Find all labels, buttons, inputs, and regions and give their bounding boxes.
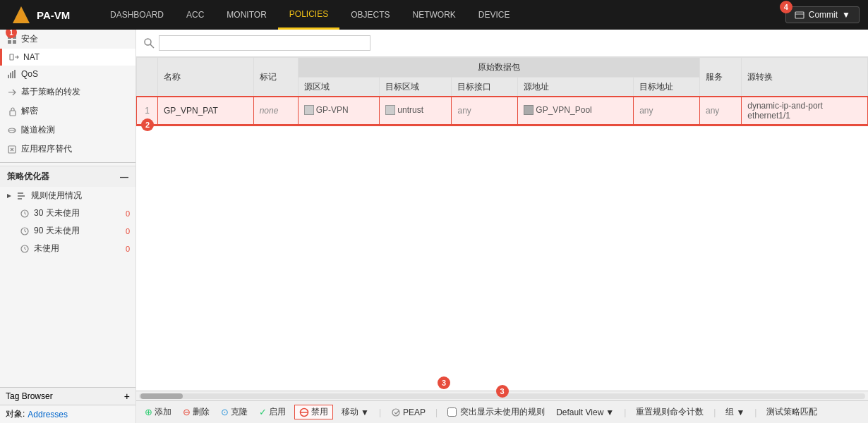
sep1: |	[379, 407, 381, 417]
sidebar-nat-label: NAT	[23, 52, 40, 62]
show-unused-button[interactable]: 突出显示未使用的规则	[445, 405, 548, 419]
search-icon	[143, 37, 155, 49]
delete-icon: ⊖	[183, 407, 191, 417]
src-addr-icon: GP_VPN_Pool	[524, 105, 591, 115]
tunnel-icon	[7, 125, 17, 135]
sep5: |	[754, 407, 757, 417]
move-arrow: ▼	[361, 407, 369, 417]
nav-dashboard[interactable]: DASHBOARD	[99, 0, 175, 30]
sidebar-item-decrypt[interactable]: 解密	[0, 102, 135, 121]
col-num	[137, 58, 158, 97]
sidebar-item-auth[interactable]: 身份验证	[0, 159, 135, 159]
test-policy-button[interactable]: 测试策略匹配	[764, 405, 820, 419]
sidebar-appoverride-label: 应用程序替代	[21, 143, 72, 155]
tag-browser-plus[interactable]: +	[124, 391, 130, 402]
badge2-overlay: 2	[141, 118, 154, 131]
pbf-icon	[7, 87, 17, 97]
nav-device[interactable]: DEVICE	[467, 0, 522, 30]
sidebar-item-nat[interactable]: NAT	[0, 49, 135, 66]
svg-rect-11	[14, 70, 16, 78]
optimizer-collapse[interactable]: —	[120, 172, 128, 182]
clone-button[interactable]: ⊙ 克隆	[218, 405, 251, 419]
nav-objects[interactable]: OBJECTS	[339, 0, 401, 30]
qos-icon	[7, 69, 17, 79]
commit-badge: 4	[780, 1, 792, 13]
bottom-toolbar: ⊕ 添加 ⊖ 删除 ⊙ 克隆 ✓ 启用 禁用 移动 ▼	[136, 400, 868, 423]
commit-label: Commit	[809, 10, 838, 20]
enable-button[interactable]: ✓ 启用	[256, 405, 289, 419]
tree-unused[interactable]: 未使用 0	[0, 240, 135, 257]
group-button[interactable]: 组 ▼	[723, 405, 747, 419]
reset-counters-button[interactable]: 重置规则命令计数	[633, 405, 706, 419]
sidebar-pbf-label: 基于策略的转发	[21, 86, 80, 98]
sidebar-item-tunnel[interactable]: 隧道检测	[0, 121, 135, 140]
col-src-zone: 源区域	[298, 78, 380, 97]
disable-button[interactable]: 禁用	[294, 405, 333, 419]
svg-marker-1	[14, 9, 28, 22]
show-unused-label: 突出显示未使用的规则	[460, 406, 545, 418]
peap-button[interactable]: PEAP	[388, 407, 428, 418]
table-row[interactable]: 1 GP_VPN_PAT none GP-VPN u	[137, 97, 868, 125]
tree-90days[interactable]: 90 天未使用 0	[0, 222, 135, 240]
default-view-button[interactable]: Default View ▼	[553, 407, 617, 418]
sidebar-decrypt-label: 解密	[21, 105, 38, 117]
nav-acc[interactable]: ACC	[175, 0, 215, 30]
nav-monitor[interactable]: MONITOR	[215, 0, 277, 30]
tree-root-rules[interactable]: 规则使用情况	[0, 187, 135, 204]
default-view-arrow: ▼	[605, 407, 614, 417]
svg-point-27	[145, 39, 151, 45]
svg-rect-23	[18, 198, 22, 200]
tag-browser-bar: Tag Browser +	[0, 387, 135, 405]
sidebar-policy-list: 安全 1 NAT QoS 基于策略的转发 解密 隧	[0, 30, 135, 159]
pool-box-icon	[524, 105, 534, 115]
enable-icon: ✓	[259, 407, 267, 417]
clock-30-icon	[20, 209, 30, 219]
tree-unused-count: 0	[126, 245, 130, 253]
nav-policies[interactable]: POLICIES	[278, 0, 339, 30]
move-label: 移动	[342, 406, 358, 418]
group-arrow: ▼	[736, 407, 745, 417]
delete-button[interactable]: ⊖ 删除	[180, 405, 212, 419]
disable-label: 禁用	[311, 406, 328, 418]
top-navigation: PA-VM DASHBOARD ACC MONITOR POLICIES OBJ…	[0, 0, 868, 30]
tree-30days[interactable]: 30 天未使用 0	[0, 204, 135, 222]
sep2: |	[435, 407, 438, 417]
row-tag: none	[253, 97, 298, 125]
policy-table: 名称 标记 原始数据包 服务 源转换 源区域 目标区域 目标接口 源地址 目标地…	[136, 57, 868, 125]
row-dst-addr: any	[634, 97, 700, 125]
add-button[interactable]: ⊕ 添加	[142, 405, 174, 419]
sidebar-item-security[interactable]: 安全 1	[0, 30, 135, 49]
nav-items: DASHBOARD ACC MONITOR POLICIES OBJECTS N…	[99, 0, 785, 30]
commit-button[interactable]: Commit ▼	[785, 6, 860, 23]
object-bar: 对象: Addresses	[0, 405, 135, 423]
tree-unused-label: 未使用	[34, 243, 59, 255]
add-label: 添加	[155, 406, 171, 418]
svg-point-31	[392, 409, 399, 416]
search-input[interactable]	[159, 35, 370, 51]
object-value[interactable]: Addresses	[28, 410, 68, 419]
badge3: 3	[496, 385, 509, 398]
sidebar-tunnel-label: 隧道检测	[21, 124, 55, 136]
row-src-xlate: dynamic-ip-and-port ethernet1/1	[742, 97, 868, 125]
chevron-right-icon	[6, 192, 13, 200]
nav-network[interactable]: NETWORK	[402, 0, 467, 30]
row-dst-iface: any	[452, 97, 518, 125]
default-view-label: Default View	[556, 407, 603, 417]
dst-zone-icon: untrust	[385, 105, 423, 115]
group-label: 组	[725, 406, 734, 418]
svg-rect-6	[13, 40, 16, 44]
col-dst-addr: 目标地址	[634, 78, 700, 97]
svg-rect-12	[10, 111, 16, 116]
nat-icon	[9, 52, 19, 62]
badge3-disp: 3	[438, 376, 450, 389]
sidebar-item-pbf[interactable]: 基于策略的转发	[0, 82, 135, 102]
show-unused-checkbox[interactable]	[447, 407, 457, 417]
sidebar-item-qos[interactable]: QoS	[0, 66, 135, 82]
svg-rect-22	[18, 195, 25, 197]
tree-30days-label: 30 天未使用	[34, 207, 80, 219]
move-button[interactable]: 移动 ▼	[339, 405, 372, 419]
col-src-xlate: 源转换	[742, 58, 868, 97]
sidebar-item-app-override[interactable]: 应用程序替代	[0, 140, 135, 159]
logo-text: PA-VM	[37, 9, 70, 21]
policy-optimizer-header[interactable]: 策略优化器 —	[0, 166, 135, 187]
